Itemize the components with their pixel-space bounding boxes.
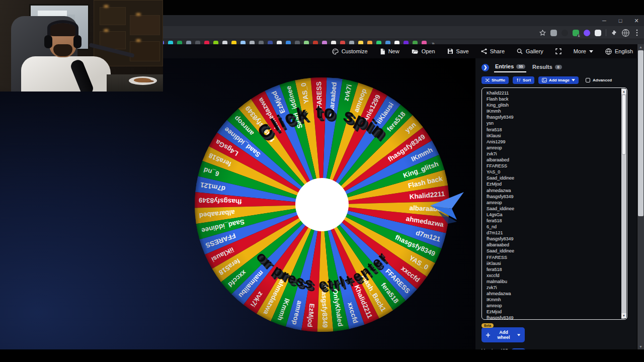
header-item-more[interactable]: More <box>574 48 593 54</box>
entry-line: amreop <box>487 303 620 309</box>
plus-icon <box>486 333 490 337</box>
header-item-new[interactable]: New <box>380 48 399 55</box>
add-wheel-button[interactable]: Add wheel <box>481 327 525 342</box>
sort-icon <box>516 78 521 82</box>
entry-line: fera518 <box>487 218 620 224</box>
header-item-open[interactable]: Open <box>412 48 435 54</box>
wheel-area[interactable]: Khalid2211Flash backKing_glitshIKmmhfhas… <box>186 69 478 340</box>
entry-line: Saad_iddinee <box>487 175 620 181</box>
profile-avatar[interactable] <box>622 29 629 37</box>
page-scroll-down-arrow[interactable]: ▼ <box>637 344 644 349</box>
entry-line: zvk7i <box>487 285 620 291</box>
kebab-menu-icon[interactable] <box>634 29 640 36</box>
entry-line: zvk7i <box>487 151 620 157</box>
beta-badge: Beta <box>481 323 494 328</box>
extension-icon[interactable] <box>561 30 568 36</box>
webcam-vignette <box>0 0 163 92</box>
entry-line: fhasgsfy8349 <box>487 194 620 200</box>
add-image-button[interactable]: Add image <box>538 76 579 84</box>
sort-button[interactable]: Sort <box>513 76 534 84</box>
header-item-share[interactable]: Share <box>481 48 505 54</box>
maximize-button[interactable]: □ <box>616 16 625 25</box>
palette-icon <box>332 48 339 55</box>
entry-line: 6_nd <box>487 224 620 230</box>
extension-icons: 1 <box>550 30 601 36</box>
header-item-customize[interactable]: Customize <box>332 48 368 55</box>
sort-label: Sort <box>523 78 531 82</box>
extension-icon[interactable] <box>595 30 601 36</box>
advanced-checkbox[interactable] <box>586 78 590 82</box>
entry-line: FFARESS <box>487 163 620 169</box>
caret-down-icon <box>517 334 520 336</box>
extension-icon[interactable] <box>584 30 590 36</box>
entry-line: Flash back <box>487 96 620 102</box>
entry-line: ysn <box>487 120 620 126</box>
tab-entries-label: Entries <box>495 63 514 69</box>
header-item-label: More <box>574 48 586 54</box>
fullscreen-icon <box>555 48 561 54</box>
entries-controls: Shuffle Sort Add image Advanced <box>481 75 637 84</box>
header-item-label: Share <box>490 48 505 54</box>
wheel-segment-label: fhasgsfy8349 <box>199 196 242 205</box>
tab-results[interactable]: Results 0 <box>531 63 563 72</box>
entry-line: IKmmh <box>487 297 620 303</box>
advanced-toggle[interactable]: Advanced <box>586 78 612 82</box>
entry-line: Khalid2211 <box>487 90 620 96</box>
page-scroll-up-arrow[interactable]: ▲ <box>637 44 644 50</box>
entries-scrollbar[interactable]: ▲ ▼ <box>621 88 626 319</box>
entry-line: d7m121 <box>487 230 620 236</box>
tab-entries[interactable]: Entries 55 <box>494 62 526 72</box>
wheel-center-hub[interactable] <box>295 178 349 231</box>
entry-line: fhasgsfy8349 <box>487 236 620 242</box>
close-button[interactable]: ✕ <box>632 16 641 25</box>
entry-line: King_glitsh <box>487 102 620 108</box>
entry-line: iiKlausi <box>487 260 620 266</box>
header-item-english[interactable]: English <box>605 48 633 55</box>
header-item-label: Open <box>422 48 435 54</box>
panel-tabs: ❯ Entries 55 Results 0 <box>481 62 637 72</box>
entry-line: Anis1299 <box>487 139 620 145</box>
entry-line: EzMjod <box>487 309 620 315</box>
header-item-save[interactable]: Save <box>447 48 469 54</box>
entry-line: FFARESS <box>487 254 620 260</box>
globe-icon <box>605 48 612 55</box>
entry-line: amreop <box>487 200 620 206</box>
entry-line: albaraabed <box>487 242 620 248</box>
entries-textarea[interactable]: Khalid2211Flash backKing_glitshIKmmhfhas… <box>481 87 627 320</box>
shuffle-icon <box>485 78 490 82</box>
header-item-label: Gallery <box>526 48 543 54</box>
bottom-letterbox <box>0 349 644 362</box>
entry-line: ahmedazwa <box>487 291 620 297</box>
header-item-fullscreen[interactable] <box>555 48 561 54</box>
results-count-badge: 0 <box>555 65 562 69</box>
entries-scrollbar-thumb[interactable] <box>622 95 626 155</box>
scroll-up-arrow[interactable]: ▲ <box>621 89 626 94</box>
add-wheel-label: Add wheel <box>493 330 514 340</box>
bookmark-star-icon[interactable] <box>539 30 546 36</box>
header-item-label: Save <box>456 48 469 54</box>
entries-list: Khalid2211Flash backKing_glitshIKmmhfhas… <box>487 90 620 319</box>
page-scrollbar[interactable]: ▲ ▼ <box>637 44 644 349</box>
header-item-gallery[interactable]: Gallery <box>517 48 543 54</box>
shuffle-button[interactable]: Shuffle <box>481 76 509 84</box>
advanced-label: Advanced <box>593 78 612 82</box>
entry-line: fera518 <box>487 266 620 273</box>
extension-icon[interactable] <box>550 30 557 36</box>
entry-line: malmalibu <box>487 279 620 285</box>
entry-line: albaraabed <box>487 157 620 163</box>
page-scrollbar-thumb[interactable] <box>638 50 643 216</box>
minimize-button[interactable]: ─ <box>600 16 609 25</box>
toolbar-separator <box>606 29 606 36</box>
panel-collapse-button[interactable]: ❯ <box>481 64 489 71</box>
new-doc-icon <box>380 48 385 55</box>
extension-icon[interactable]: 1 <box>573 30 579 36</box>
entry-line: fhasgsfy8349 <box>487 315 620 319</box>
extensions-puzzle-icon[interactable] <box>611 30 617 36</box>
header-item-label: Customize <box>342 48 368 54</box>
header-item-label: New <box>388 48 399 54</box>
entry-line: fhasgsfy8349 <box>487 114 620 120</box>
side-panel: ❯ Entries 55 Results 0 Shuffle <box>475 58 637 349</box>
share-icon <box>481 48 487 54</box>
wheel-canvas[interactable]: Khalid2211Flash backKing_glitshIKmmhfhas… <box>186 69 478 340</box>
scroll-down-arrow[interactable]: ▼ <box>621 313 626 318</box>
